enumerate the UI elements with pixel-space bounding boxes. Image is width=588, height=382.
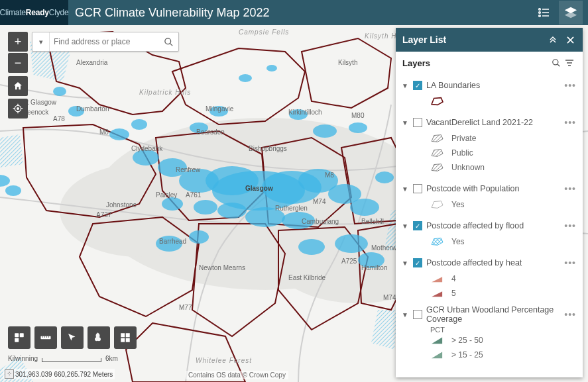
panel-subtitle: Layers — [402, 58, 430, 68]
map-nav-controls — [8, 76, 28, 119]
legend-note: PCT — [401, 324, 577, 334]
map-label: Kirkintilloch — [288, 109, 322, 116]
svg-marker-85 — [432, 338, 442, 344]
svg-marker-86 — [432, 352, 442, 359]
layer-name[interactable]: GCR Urban Woodland Percentage Coverage — [426, 305, 559, 324]
svg-marker-13 — [0, 134, 23, 167]
collapse-icon[interactable] — [547, 34, 559, 46]
layer-item: ▼Postcode affected by flood•••Yes — [396, 215, 583, 252]
search-box: ▾ — [32, 32, 179, 52]
svg-point-42 — [349, 122, 367, 133]
measure-button[interactable] — [34, 326, 57, 349]
svg-point-33 — [298, 239, 325, 255]
scale-label-right: 6km — [105, 355, 118, 362]
legend-label: Yes — [451, 200, 465, 209]
app-title: GCR Climate Vulnerability Map 2022 — [68, 6, 535, 20]
app-header: ClimateReadyClyde GCR Climate Vulnerabil… — [0, 0, 588, 25]
draw-button[interactable] — [88, 326, 110, 349]
layer-visibility-checkbox[interactable] — [413, 184, 422, 193]
map-label: Johnstone — [106, 201, 137, 209]
map-label: M77 — [179, 304, 192, 311]
map-label: Whitelee Forest — [196, 357, 252, 364]
layer-row: ▼GCR Urban Woodland Percentage Coverage•… — [401, 305, 577, 324]
legend-label: 4 — [451, 274, 456, 283]
map-label: Rutherglen — [275, 205, 308, 212]
search-button[interactable] — [158, 32, 178, 51]
svg-point-51 — [17, 108, 19, 110]
bookmark-button[interactable] — [8, 326, 30, 349]
layer-name[interactable]: Postcode affected by flood — [426, 221, 559, 230]
layer-legend: PrivatePublicUnknown — [401, 132, 577, 175]
layer-menu-icon[interactable]: ••• — [563, 80, 577, 91]
svg-marker-83 — [432, 277, 442, 282]
svg-rect-59 — [20, 333, 24, 337]
svg-marker-81 — [432, 201, 443, 209]
layer-name[interactable]: Postcode affected by heat — [426, 258, 559, 267]
svg-point-36 — [109, 128, 129, 140]
svg-marker-78 — [432, 135, 443, 142]
svg-point-32 — [189, 230, 209, 244]
map-tools — [8, 326, 137, 349]
legend-icon[interactable] — [535, 4, 552, 21]
svg-point-44 — [53, 87, 66, 96]
panel-subheader: Layers — [396, 52, 583, 74]
coord-toggle-button[interactable]: ⁘ — [5, 369, 14, 379]
layer-visibility-checkbox[interactable] — [413, 221, 422, 230]
legend-label: Yes — [451, 237, 465, 246]
layer-menu-icon[interactable]: ••• — [563, 309, 577, 320]
layer-name[interactable]: Postcode with Population — [426, 184, 559, 193]
chevron-down-icon[interactable]: ▼ — [401, 119, 409, 126]
home-button[interactable] — [8, 76, 28, 96]
chevron-down-icon[interactable]: ▼ — [401, 260, 409, 267]
select-button[interactable] — [61, 326, 84, 349]
legend-swatch — [430, 133, 445, 144]
layer-visibility-checkbox[interactable] — [413, 118, 422, 127]
svg-point-72 — [553, 60, 558, 65]
chevron-down-icon[interactable]: ▼ — [401, 222, 409, 230]
basemap-button[interactable] — [114, 326, 137, 349]
layers-icon[interactable] — [559, 1, 583, 24]
locate-button[interactable] — [8, 99, 28, 119]
chevron-down-icon[interactable]: ▼ — [401, 311, 409, 318]
layer-name[interactable]: VacantDerelict Land 2021-22 — [426, 118, 559, 127]
layer-visibility-checkbox[interactable] — [413, 310, 422, 319]
close-icon[interactable] — [564, 34, 576, 46]
zoom-out-button[interactable]: − — [8, 53, 28, 73]
map-label: Renfrew — [176, 166, 201, 173]
search-input[interactable] — [50, 37, 158, 46]
layer-menu-icon[interactable]: ••• — [563, 258, 577, 268]
zoom-in-button[interactable]: + — [8, 32, 28, 52]
legend-item: 4 — [430, 273, 577, 284]
scale-bar: Kilwinning 6km — [8, 355, 118, 362]
legend-item: > 25 - 50 — [430, 335, 577, 346]
map-label: M74 — [313, 198, 326, 205]
svg-marker-84 — [432, 291, 442, 297]
layer-search-icon[interactable] — [550, 56, 563, 70]
map-label: A761 — [186, 191, 202, 199]
svg-marker-79 — [432, 150, 443, 157]
legend-item: Private — [430, 133, 577, 144]
chevron-down-icon[interactable]: ▼ — [401, 82, 409, 89]
panel-body[interactable]: ▼LA Boundaries•••▼VacantDerelict Land 20… — [396, 74, 583, 377]
layer-visibility-checkbox[interactable] — [413, 258, 422, 267]
legend-label: 5 — [451, 289, 456, 298]
map-label: Glasgow — [245, 185, 273, 192]
search-source-dropdown[interactable]: ▾ — [32, 32, 50, 51]
layer-options-icon[interactable] — [563, 56, 576, 70]
layer-name[interactable]: LA Boundaries — [426, 81, 559, 90]
layer-item: ▼Postcode affected by heat•••45 — [396, 252, 583, 303]
layer-menu-icon[interactable]: ••• — [563, 183, 577, 194]
legend-item: > 15 - 25 — [430, 350, 577, 360]
map-label: Bellshill — [361, 218, 384, 225]
layer-row: ▼LA Boundaries••• — [401, 76, 577, 95]
legend-item: Unknown — [430, 162, 577, 173]
map-label: Campsie Fells — [239, 28, 289, 36]
layer-visibility-checkbox[interactable] — [413, 81, 422, 90]
layer-row: ▼Postcode with Population••• — [401, 179, 577, 198]
layer-item: ▼VacantDerelict Land 2021-22•••PrivatePu… — [396, 111, 583, 177]
chevron-down-icon[interactable]: ▼ — [401, 185, 409, 193]
layer-menu-icon[interactable]: ••• — [563, 117, 577, 128]
layer-menu-icon[interactable]: ••• — [563, 220, 577, 231]
legend-swatch — [430, 148, 445, 158]
svg-marker-80 — [432, 164, 443, 171]
